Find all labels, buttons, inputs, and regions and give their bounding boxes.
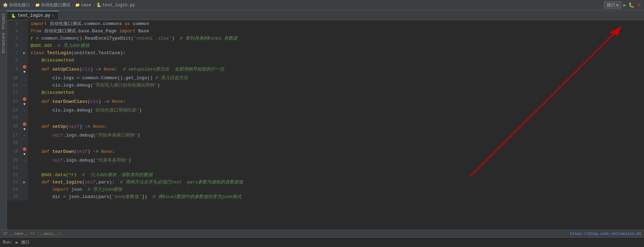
line-number: 22 <box>7 171 21 179</box>
code-line: self.logs.debug('开始本条接口用例') <box>28 132 644 139</box>
line-gutter: — <box>21 74 28 82</box>
fold-icon[interactable]: — <box>23 134 25 138</box>
fold-icon[interactable]: — <box>23 84 25 88</box>
status-bar: if __name__ == '__main__': https://blog.… <box>0 230 644 237</box>
code-line: def tearDown(self) -> None: <box>28 146 644 157</box>
table-row: 13 ⬤ ▼ def tearDownClass(cls) -> None: <box>7 96 644 107</box>
breadcrumb-root[interactable]: 🏠 自动化接口 <box>3 2 30 8</box>
table-row: 7 ▶ class TestLogin(unittest.TestCase): <box>7 49 644 57</box>
table-row: 9 ⬤ ▼ def setUpClass(cls) -> None: # set… <box>7 64 644 74</box>
connection-button[interactable]: 接口 ▾ <box>604 1 621 9</box>
line-gutter <box>21 193 28 200</box>
run-bar-connection-icon[interactable]: ▶ <box>16 240 18 245</box>
table-row: 5 r = common.Common().ReadExcelTypeDict(… <box>7 35 644 42</box>
table-row: 4 from 自动化接口测试.base.Base_Page import Bas… <box>7 27 644 35</box>
status-right: https://blog.csdn.net/weixin_45 <box>570 232 641 236</box>
run-button[interactable]: ▶ <box>623 2 626 8</box>
table-row: 12 @classmethod <box>7 89 644 96</box>
breadcrumb-sep-2: › <box>72 3 74 7</box>
breadcrumb-tests[interactable]: 📁 自动化接口测试 <box>35 2 70 8</box>
line-number: 10 <box>7 74 21 82</box>
line-gutter: ⬤ ▼ <box>21 146 28 157</box>
fold-icon[interactable]: — <box>23 159 25 163</box>
fold-icon[interactable]: — <box>23 76 25 80</box>
breakpoint-icon[interactable]: ⬤ <box>23 65 26 69</box>
line-gutter: ⬤ ▼ <box>21 64 28 74</box>
file-tab-active[interactable]: 🐍 test_login.py ✕ <box>7 11 59 20</box>
table-row: 22 @ddt.data(*r) # 引入ddt模块，读取拿到的数据 <box>7 171 644 179</box>
table-row: 8 @classmethod <box>7 57 644 64</box>
arrow-icon: ▼ <box>23 153 25 156</box>
table-row: 25 dic = json.loads(pars['body参数值']) # 将… <box>7 193 644 200</box>
line-number: 18 <box>7 139 21 146</box>
line-gutter <box>21 35 28 42</box>
line-number: 13 <box>7 96 21 107</box>
line-number: 23 <box>7 179 21 186</box>
line-number: 9 <box>7 64 21 74</box>
run-bar-connection-label: 接口 <box>21 239 30 245</box>
tab-close-button[interactable]: ✕ <box>52 14 54 18</box>
table-row: 21 <box>7 164 644 171</box>
run-bar-run-label: Run: <box>3 240 13 245</box>
code-line: cls.logs.debug('开始写入接口自动化测试用例') <box>28 82 644 89</box>
folder-icon-1: 📁 <box>35 3 40 7</box>
code-line: def setUpClass(cls) -> None: # setupclas… <box>28 64 644 74</box>
code-line: def setUp(self) -> None: <box>28 121 644 132</box>
top-bar: 🏠 自动化接口 › 📁 自动化接口测试 › 📁 case › 🐍 test_lo… <box>0 0 644 10</box>
line-number: 14 <box>7 107 21 114</box>
code-line: cls.logs = common.Common().get_logs() # … <box>28 74 644 82</box>
line-gutter <box>21 164 28 171</box>
line-gutter: ▶ <box>21 179 28 186</box>
left-sidebar: Project Structure <box>0 10 7 230</box>
line-number: 16 <box>7 121 21 132</box>
line-gutter <box>21 57 28 64</box>
line-number: 11 <box>7 82 21 89</box>
code-line: from 自动化接口测试.base.Base_Page import Base <box>28 27 644 35</box>
status-url-link[interactable]: https://blog.csdn.net/weixin_45 <box>570 232 641 236</box>
debug-button[interactable]: 🐛 <box>628 2 634 8</box>
code-line: @ddt.ddt # 导入ddt模块 <box>28 42 644 49</box>
line-number: 19 <box>7 146 21 157</box>
table-row: 6 @ddt.ddt # 导入ddt模块 <box>7 42 644 49</box>
code-line <box>28 114 644 121</box>
breadcrumb-case[interactable]: 📁 case <box>75 3 91 8</box>
line-number: 25 <box>7 193 21 200</box>
code-line: @classmethod <box>28 57 644 64</box>
run-gutter-icon[interactable]: ▶ <box>23 51 26 56</box>
line-gutter: ⬤ ▼ <box>21 121 28 132</box>
code-table: 3 import 自动化接口测试.common.commons as commo… <box>7 20 644 200</box>
line-gutter <box>21 171 28 179</box>
py-tab-icon: 🐍 <box>11 14 16 18</box>
run-gutter-icon[interactable]: ▶ <box>23 180 26 185</box>
sidebar-tab-structure[interactable]: Structure <box>1 31 6 55</box>
code-line: class TestLogin(unittest.TestCase): <box>28 49 644 57</box>
breadcrumb: 🏠 自动化接口 › 📁 自动化接口测试 › 📁 case › 🐍 test_lo… <box>3 2 135 8</box>
code-line: def test_logins(self,pars): # 用例方法名开头必须已… <box>28 179 644 186</box>
line-number: 7 <box>7 49 21 57</box>
if-main-line: if __name__ == '__main__': <box>3 232 63 236</box>
table-row: 24 import json # 导入json模块 <box>7 186 644 193</box>
line-gutter <box>21 186 28 193</box>
code-line: cls.logs.debug('自动化接口用例结束') <box>28 107 644 114</box>
fold-icon[interactable]: — <box>23 109 25 113</box>
stop-button[interactable]: ⏹ <box>636 2 641 8</box>
run-bar: Run: ▶ 接口 <box>0 237 644 247</box>
code-line: self.logs.debug('结束本条用例') <box>28 157 644 164</box>
code-line: r = common.Common().ReadExcelTypeDict('c… <box>28 35 644 42</box>
line-gutter: — <box>21 107 28 114</box>
breakpoint-icon[interactable]: ⬤ <box>23 97 26 101</box>
line-number: 3 <box>7 20 21 27</box>
sidebar-tab-project[interactable]: Project <box>1 12 6 31</box>
table-row: 10 — cls.logs = common.Common().get_logs… <box>7 74 644 82</box>
code-editor[interactable]: 3 import 自动化接口测试.common.commons as commo… <box>7 20 644 230</box>
breadcrumb-sep-1: › <box>31 3 34 7</box>
code-line: @classmethod <box>28 89 644 96</box>
editor-container: 🐍 test_login.py ✕ 3 <box>7 10 644 230</box>
breakpoint-icon[interactable]: ⬤ <box>23 147 26 151</box>
line-gutter <box>21 114 28 121</box>
toolbar-right: 接口 ▾ ▶ 🐛 ⏹ <box>604 1 641 9</box>
table-row: 19 ⬤ ▼ def tearDown(self) -> None: <box>7 146 644 157</box>
file-tabs: 🐍 test_login.py ✕ <box>7 10 644 20</box>
line-gutter <box>21 139 28 146</box>
breakpoint-icon[interactable]: ⬤ <box>23 122 26 126</box>
